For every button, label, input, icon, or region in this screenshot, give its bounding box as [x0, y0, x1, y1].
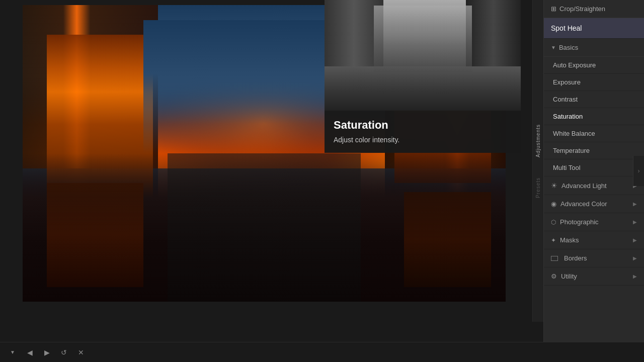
- utility-icon: ⚙: [551, 273, 557, 280]
- advanced-color-arrow-icon: ▶: [633, 201, 637, 207]
- masks-label: Masks: [560, 236, 579, 244]
- utility-label: Utility: [561, 273, 577, 280]
- crop-icon: ⊞: [551, 5, 556, 13]
- panel-collapse-arrow[interactable]: ›: [633, 156, 644, 186]
- saturation-label: Saturation: [553, 113, 583, 120]
- presets-tab[interactable]: Presets: [534, 173, 542, 202]
- flag-down-button[interactable]: ▼: [6, 346, 19, 359]
- multi-tool-item[interactable]: Multi Tool: [544, 159, 644, 176]
- photographic-header[interactable]: ⬡ Photographic ▶: [544, 213, 644, 231]
- utility-arrow-icon: ▶: [633, 274, 637, 279]
- masks-arrow-icon: ▶: [633, 237, 637, 243]
- flag-down-icon: ▼: [10, 349, 15, 355]
- basics-collapse-icon: ▼: [551, 45, 556, 50]
- white-balance-label: White Balance: [553, 130, 595, 137]
- adjustments-tab[interactable]: Adjustments: [534, 120, 542, 161]
- auto-exposure-item[interactable]: Auto Exposure: [544, 57, 644, 74]
- borders-icon: [551, 256, 558, 261]
- prev-icon: ◀: [27, 348, 33, 356]
- advanced-light-label: Advanced Light: [561, 182, 607, 190]
- spot-heal-button[interactable]: Spot Heal: [544, 18, 644, 39]
- saturation-item[interactable]: Saturation: [544, 108, 644, 125]
- tooltip-title: Saturation: [334, 119, 512, 132]
- photographic-label: Photographic: [560, 218, 599, 226]
- photographic-arrow-icon: ▶: [633, 219, 637, 225]
- masks-icon: ✦: [551, 237, 556, 244]
- exposure-label: Exposure: [553, 78, 581, 86]
- tooltip-description: Adjust color intensity.: [334, 136, 512, 144]
- vertical-tabs-panel: Adjustments Presets: [532, 0, 543, 322]
- borders-arrow-icon: ▶: [633, 255, 637, 261]
- refresh-icon: ↺: [61, 348, 67, 356]
- auto-exposure-label: Auto Exposure: [553, 61, 596, 69]
- utility-header[interactable]: ⚙ Utility ▶: [544, 267, 644, 286]
- advanced-color-header[interactable]: ◉ Advanced Color ▶: [544, 195, 644, 213]
- basics-label: Basics: [559, 44, 578, 51]
- advanced-color-label: Advanced Color: [560, 200, 607, 208]
- masks-header[interactable]: ✦ Masks ▶: [544, 231, 644, 249]
- basics-section-header[interactable]: ▼ Basics: [544, 39, 644, 57]
- contrast-item[interactable]: Contrast: [544, 91, 644, 108]
- borders-header[interactable]: Borders ▶: [544, 249, 644, 267]
- saturation-tooltip: Saturation Adjust color intensity.: [325, 0, 521, 153]
- advanced-color-icon: ◉: [551, 200, 556, 208]
- refresh-button[interactable]: ↺: [57, 346, 70, 359]
- canvas-area: Saturation Adjust color intensity.: [0, 0, 543, 342]
- advanced-light-icon: ☀: [551, 182, 557, 190]
- borders-label: Borders: [564, 254, 587, 262]
- collapse-chevron-icon: ›: [638, 167, 640, 174]
- photographic-icon: ⬡: [551, 219, 556, 226]
- close-icon: ✕: [78, 348, 84, 356]
- right-panel: ⊞ Crop/Straighten Spot Heal ▼ Basics Aut…: [543, 0, 644, 342]
- prev-button[interactable]: ◀: [23, 346, 36, 359]
- next-button[interactable]: ▶: [40, 346, 53, 359]
- contrast-label: Contrast: [553, 96, 578, 103]
- bottom-toolbar: ▼ ◀ ▶ ↺ ✕: [0, 342, 644, 362]
- exposure-item[interactable]: Exposure: [544, 74, 644, 91]
- advanced-light-header[interactable]: ☀ Advanced Light ▶: [544, 176, 644, 195]
- temperature-label: Temperature: [553, 147, 590, 154]
- next-icon: ▶: [44, 348, 50, 356]
- spot-heal-label: Spot Heal: [551, 24, 582, 32]
- tooltip-preview-image: [325, 0, 521, 111]
- close-button[interactable]: ✕: [74, 346, 88, 359]
- multi-tool-label: Multi Tool: [553, 164, 581, 171]
- temperature-item[interactable]: Temperature: [544, 142, 644, 159]
- white-balance-item[interactable]: White Balance: [544, 125, 644, 142]
- tooltip-text-area: Saturation Adjust color intensity.: [325, 111, 521, 153]
- crop-straighten-button[interactable]: ⊞ Crop/Straighten: [544, 0, 644, 18]
- crop-straighten-label: Crop/Straighten: [559, 5, 605, 13]
